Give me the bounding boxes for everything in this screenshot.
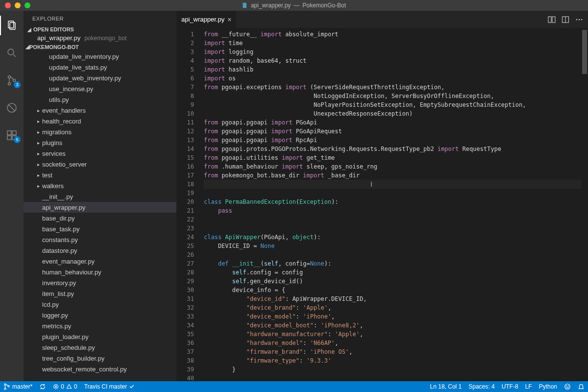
chevron-right-icon: ▸ (34, 140, 42, 146)
chevron-right-icon: ▸ (34, 183, 42, 189)
open-editor-item[interactable]: api_wrapper.py pokemongo_bot (24, 33, 176, 43)
tree-file[interactable]: use_incense.py (24, 83, 176, 94)
code-content[interactable]: from __future__ import absolute_importim… (204, 28, 581, 381)
svg-rect-0 (243, 3, 246, 8)
tree-item-label: health_record (42, 118, 81, 125)
tree-file[interactable]: base_task.py (24, 223, 176, 234)
scrollbar-thumb[interactable] (582, 30, 587, 74)
status-encoding[interactable]: UTF-8 (498, 381, 522, 392)
status-lang[interactable]: Python (536, 381, 561, 392)
tree-folder[interactable]: ▸migrations (24, 126, 176, 137)
tree-file[interactable]: plugin_loader.py (24, 331, 176, 342)
tree-file[interactable]: update_live_stats.py (24, 62, 176, 73)
text-cursor: I (370, 180, 371, 188)
tree-file[interactable]: __init__.py (24, 191, 176, 202)
chevron-right-icon: ▸ (34, 151, 42, 156)
tree-file[interactable]: inventory.py (24, 277, 176, 288)
tree-folder[interactable]: ▸plugins (24, 137, 176, 148)
tree-file[interactable]: metrics.py (24, 320, 176, 331)
close-icon[interactable]: × (227, 16, 231, 24)
status-travis[interactable]: Travis CI master (81, 381, 139, 392)
split-editor-icon[interactable] (562, 16, 569, 24)
svg-point-21 (4, 384, 6, 385)
close-window-button[interactable] (5, 2, 11, 8)
tree-file[interactable]: update_live_inventory.py (24, 51, 176, 62)
tree-item-label: migrations (42, 128, 72, 136)
tree-file[interactable]: lcd.py (24, 299, 176, 310)
tree-item-label: logger.py (42, 312, 68, 319)
minimize-window-button[interactable] (15, 2, 21, 8)
tree-file[interactable]: event_manager.py (24, 256, 176, 267)
tab-api-wrapper[interactable]: api_wrapper.py × (176, 11, 237, 28)
status-problems[interactable]: 0 0 (49, 381, 80, 392)
open-editors-header[interactable]: ◢ OPEN EDITORS (24, 25, 176, 33)
tree-file[interactable]: datastore.py (24, 245, 176, 256)
tree-item-label: update_web_inventory.py (49, 74, 121, 82)
python-file-icon (242, 2, 248, 8)
extensions-badge: 5 (14, 136, 21, 143)
tree-item-label: services (42, 150, 66, 157)
tab-label: api_wrapper.py (181, 16, 224, 23)
svg-point-5 (8, 76, 11, 78)
vertical-scrollbar[interactable] (581, 28, 588, 381)
tree-file[interactable]: item_list.py (24, 288, 176, 299)
tree-file[interactable]: tree_config_builder.py (24, 353, 176, 364)
tree-folder[interactable]: ▸event_handlers (24, 105, 176, 116)
tree-file[interactable]: constants.py (24, 234, 176, 245)
open-editor-path: pokemongo_bot (84, 35, 126, 42)
tree-file[interactable]: logger.py (24, 310, 176, 320)
debug-activity[interactable] (0, 98, 24, 118)
chevron-right-icon: ▸ (34, 129, 42, 135)
extensions-activity[interactable]: 5 (0, 125, 24, 145)
tree-item-label: datastore.py (42, 247, 77, 254)
tree-file[interactable]: base_dir.py (24, 213, 176, 223)
tree-file[interactable]: human_behaviour.py (24, 267, 176, 277)
svg-point-19 (579, 19, 580, 20)
status-eol[interactable]: LF (522, 381, 536, 392)
svg-rect-2 (10, 23, 15, 29)
tree-item-label: item_list.py (42, 290, 74, 297)
editor-area: api_wrapper.py × 12345678910111213141516… (176, 11, 588, 381)
tree-folder[interactable]: ▸test (24, 170, 176, 180)
tree-folder[interactable]: ▸walkers (24, 180, 176, 191)
tree-file[interactable]: sleep_schedule.py (24, 342, 176, 353)
status-indent[interactable]: Spaces: 4 (465, 381, 498, 392)
status-branch[interactable]: master* (0, 381, 36, 392)
sidebar-title: EXPLORER (24, 11, 176, 25)
status-sync[interactable] (36, 381, 49, 392)
scm-badge: 3 (14, 81, 21, 88)
sidebar: EXPLORER ◢ OPEN EDITORS api_wrapper.py p… (24, 11, 176, 381)
cursor-line-highlight (204, 180, 581, 189)
titlebar: api_wrapper.py — PokemonGo-Bot (0, 0, 588, 11)
tree-file[interactable]: api_wrapper.py (24, 202, 176, 213)
tree-item-label: event_manager.py (42, 258, 95, 265)
svg-point-6 (8, 83, 11, 85)
tree-folder[interactable]: ▸services (24, 148, 176, 159)
svg-point-7 (13, 79, 16, 82)
tree-file[interactable]: update_web_inventory.py (24, 73, 176, 83)
tree-item-label: __init__.py (42, 193, 73, 200)
scm-activity[interactable]: 3 (0, 71, 24, 90)
maximize-window-button[interactable] (24, 2, 30, 8)
editor-body[interactable]: 1234567891011121314151617181920212223242… (176, 28, 588, 381)
tree-folder[interactable]: ▸health_record (24, 116, 176, 126)
status-cursor[interactable]: Ln 18, Col 1 (427, 381, 466, 392)
file-tree[interactable]: update_live_inventory.pyupdate_live_stat… (24, 51, 176, 381)
tree-item-label: plugin_loader.py (42, 333, 89, 341)
svg-point-22 (4, 388, 6, 390)
status-notifications[interactable] (574, 381, 588, 392)
split-compare-icon[interactable] (548, 16, 556, 24)
tree-item-label: tree_config_builder.py (42, 355, 104, 362)
explorer-activity[interactable] (0, 16, 24, 35)
svg-rect-1 (8, 21, 14, 28)
more-icon[interactable] (575, 16, 583, 24)
tree-file[interactable]: utils.py (24, 94, 176, 105)
tree-file[interactable]: websocket_remote_control.py (24, 364, 176, 374)
tree-folder[interactable]: ▸socketio_server (24, 159, 176, 170)
tree-item-label: update_live_inventory.py (49, 53, 119, 60)
status-feedback[interactable] (561, 381, 574, 392)
search-activity[interactable] (0, 43, 24, 63)
tree-item-label: lcd.py (42, 301, 59, 308)
svg-point-27 (565, 384, 570, 390)
workspace-folder-header[interactable]: ◢ POKEMONGO-BOT (24, 43, 176, 51)
